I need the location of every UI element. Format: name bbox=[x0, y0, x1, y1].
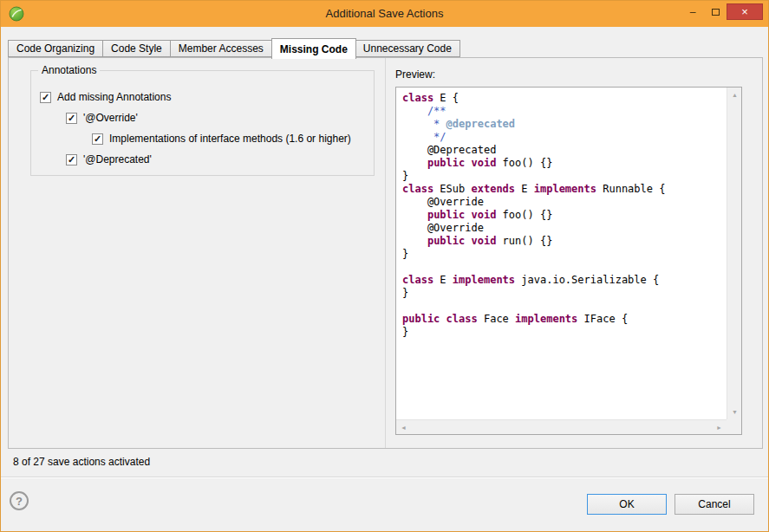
code-line: public void run() {} bbox=[402, 235, 720, 248]
maximize-button[interactable] bbox=[704, 3, 727, 20]
checkbox-checked[interactable]: ✓ bbox=[92, 133, 103, 145]
code-line: public void foo() {} bbox=[402, 209, 720, 222]
tab-code-organizing[interactable]: Code Organizing bbox=[8, 40, 103, 57]
code-line: * @deprecated bbox=[402, 118, 720, 131]
checkbox-list: ✓Add missing Annotations✓'@Override'✓Imp… bbox=[31, 87, 374, 170]
maximize-icon bbox=[712, 9, 720, 16]
footer-separator bbox=[1, 477, 768, 478]
checkbox-row[interactable]: ✓Implementations of interface methods (1… bbox=[92, 128, 374, 149]
code-line: } bbox=[402, 248, 720, 261]
group-title: Annotations bbox=[38, 64, 100, 76]
minimize-button[interactable]: – bbox=[681, 3, 704, 20]
checkbox-checked[interactable]: ✓ bbox=[66, 113, 77, 124]
code-line: public class Face implements IFace { bbox=[402, 313, 720, 326]
dialog-window: Additional Save Actions – × Code Organiz… bbox=[0, 0, 769, 532]
tab-code-style[interactable]: Code Style bbox=[103, 40, 171, 57]
checkbox-row[interactable]: ✓'@Deprecated' bbox=[66, 149, 374, 170]
scroll-right-icon[interactable]: ► bbox=[712, 420, 727, 435]
preview-label: Preview: bbox=[395, 68, 435, 81]
scroll-left-icon[interactable]: ◄ bbox=[396, 420, 411, 435]
help-button[interactable]: ? bbox=[10, 491, 29, 510]
code-line: @Override bbox=[402, 196, 720, 209]
status-text: 8 of 27 save actions activated bbox=[13, 456, 150, 468]
tab-strip: Code OrganizingCode StyleMember Accesses… bbox=[8, 40, 460, 57]
code-line: } bbox=[402, 287, 720, 300]
tab-missing-code[interactable]: Missing Code bbox=[271, 38, 356, 59]
cancel-button[interactable]: Cancel bbox=[675, 494, 754, 515]
code-line: } bbox=[402, 326, 720, 339]
close-button[interactable]: × bbox=[727, 3, 763, 20]
code-line bbox=[402, 261, 720, 274]
code-preview: class E { /** * @deprecated */ @Deprecat… bbox=[396, 88, 727, 419]
tab-unnecessary-code[interactable]: Unnecessary Code bbox=[355, 40, 460, 57]
code-line: @Override bbox=[402, 222, 720, 235]
title-bar[interactable]: Additional Save Actions – × bbox=[1, 1, 768, 27]
tab-page-missing-code: Annotations ✓Add missing Annotations✓'@O… bbox=[8, 57, 763, 449]
checkbox-checked[interactable]: ✓ bbox=[40, 92, 51, 103]
code-line: } bbox=[402, 170, 720, 183]
code-line: @Deprecated bbox=[402, 144, 720, 157]
window-controls: – × bbox=[681, 3, 763, 20]
code-line: public void foo() {} bbox=[402, 157, 720, 170]
scroll-up-icon[interactable]: ▲ bbox=[727, 88, 742, 102]
code-line: class E implements java.io.Serializable … bbox=[402, 274, 720, 287]
annotations-group: Annotations ✓Add missing Annotations✓'@O… bbox=[30, 70, 375, 176]
code-line: /** bbox=[402, 105, 720, 118]
checkbox-label: '@Override' bbox=[83, 112, 138, 124]
checkbox-label: Implementations of interface methods (1.… bbox=[109, 133, 351, 145]
checkbox-row[interactable]: ✓'@Override' bbox=[66, 107, 374, 128]
checkbox-label: Add missing Annotations bbox=[57, 91, 171, 103]
scrollbar-corner bbox=[727, 419, 741, 434]
pane-divider bbox=[385, 58, 386, 448]
checkbox-label: '@Deprecated' bbox=[83, 153, 152, 165]
ok-button[interactable]: OK bbox=[587, 494, 667, 515]
tab-member-accesses[interactable]: Member Accesses bbox=[171, 40, 272, 57]
code-line: */ bbox=[402, 131, 720, 144]
scroll-down-icon[interactable]: ▼ bbox=[727, 405, 742, 419]
code-line bbox=[402, 300, 720, 313]
horizontal-scrollbar[interactable]: ◄ ► bbox=[396, 419, 727, 434]
code-line: class E { bbox=[402, 92, 720, 105]
window-title: Additional Save Actions bbox=[1, 7, 768, 20]
code-line: class ESub extends E implements Runnable… bbox=[402, 183, 720, 196]
code-preview-area[interactable]: class E { /** * @deprecated */ @Deprecat… bbox=[395, 87, 742, 435]
checkbox-row[interactable]: ✓Add missing Annotations bbox=[40, 87, 374, 107]
checkbox-checked[interactable]: ✓ bbox=[66, 154, 77, 165]
vertical-scrollbar[interactable]: ▲ ▼ bbox=[727, 88, 741, 419]
